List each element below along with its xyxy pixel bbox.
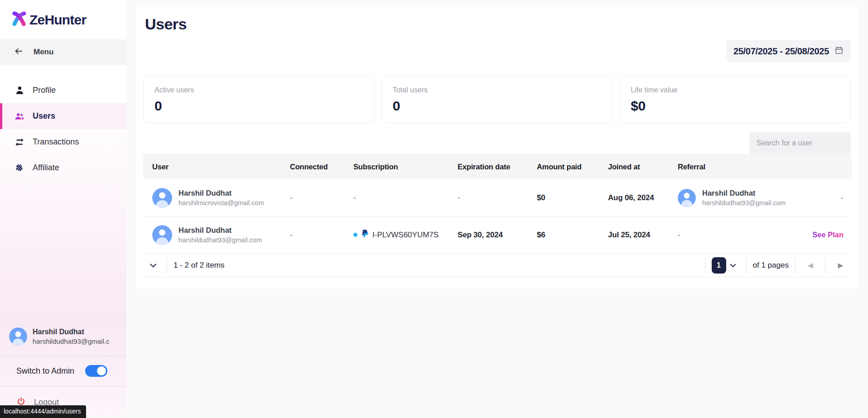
page-select-dropdown[interactable] xyxy=(726,261,740,269)
page-title: Users xyxy=(145,15,187,33)
sidebar-item-transactions[interactable]: Transactions xyxy=(0,129,126,155)
column-header-joined-at: Joined at xyxy=(608,163,678,171)
brand-logo-icon xyxy=(11,11,27,29)
column-header-referral: Referral xyxy=(678,163,811,171)
user-email: harshilmicrovista@gmail.com xyxy=(178,199,264,207)
sidebar-spacer xyxy=(0,181,126,327)
see-plan-link[interactable]: See Plan xyxy=(812,231,844,239)
user-cell: Harshil Dudhat harshildudhat93@gmail.com xyxy=(152,225,290,245)
referral-email: harshildudhat93@gmail.com xyxy=(702,199,786,207)
table-row: Harshil Dudhat harshildudhat93@gmail.com… xyxy=(143,216,852,254)
menu-collapse-button[interactable]: Menu xyxy=(0,39,126,65)
user-email: harshildudhat93@gmail.com xyxy=(178,236,262,244)
stat-value: 0 xyxy=(393,98,612,114)
sidebar-nav: Profile Users xyxy=(0,65,126,181)
profile-email: harshildudhat93@gmail.c xyxy=(33,337,124,345)
sidebar-item-affiliate[interactable]: Affiliate xyxy=(0,155,126,181)
table-header: User Connected Subscription Expiration d… xyxy=(143,154,852,179)
sidebar: ZeHunter Menu Profile xyxy=(0,0,126,418)
paypal-icon xyxy=(361,229,369,240)
stats-row: Active users 0 Total users 0 Life time v… xyxy=(143,76,851,123)
page-size-dropdown[interactable] xyxy=(146,261,160,270)
joined-at-cell: Jul 25, 2024 xyxy=(608,231,678,240)
switch-to-admin-label: Switch to Admin xyxy=(16,366,74,376)
subscription-cell: - xyxy=(353,193,458,202)
date-range-value: 25/07/2025 - 25/08/2025 xyxy=(733,46,829,57)
person-icon xyxy=(14,86,24,96)
pagination-controls: 1 of 1 pages ◀ ▶ xyxy=(699,257,849,274)
user-name: Harshil Dudhat xyxy=(178,189,264,197)
amount-paid-cell: $6 xyxy=(537,231,608,240)
pagination-bar: 1 - 2 of 2 items 1 of 1 pages ◀ ▶ xyxy=(143,254,852,277)
sidebar-item-profile[interactable]: Profile xyxy=(0,77,126,103)
search-input[interactable] xyxy=(749,132,851,154)
stat-label: Life time value xyxy=(631,86,850,94)
avatar xyxy=(9,327,27,346)
divider xyxy=(795,258,796,273)
current-page-indicator[interactable]: 1 xyxy=(712,257,726,274)
sidebar-item-label: Users xyxy=(33,111,55,121)
sidebar-item-users[interactable]: Users xyxy=(0,103,126,129)
stat-card-total-users: Total users 0 xyxy=(381,76,613,123)
column-header-expiration-date: Expiration date xyxy=(458,163,537,171)
date-range-picker[interactable]: 25/07/2025 - 25/08/2025 xyxy=(726,40,851,62)
user-name: Harshil Dudhat xyxy=(178,226,262,235)
users-table: User Connected Subscription Expiration d… xyxy=(143,154,852,277)
action-cell: See Plan xyxy=(811,231,848,239)
previous-page-button[interactable]: ◀ xyxy=(802,261,819,269)
divider xyxy=(746,258,747,273)
divider xyxy=(705,258,705,273)
subscription-cell: I-PLVWS60YUM7S xyxy=(353,229,458,240)
expiration-cell: - xyxy=(458,193,537,202)
column-header-user: User xyxy=(152,163,290,171)
sidebar-item-label: Profile xyxy=(33,86,56,95)
subscription-id: I-PLVWS60YUM7S xyxy=(372,231,439,240)
switch-to-admin-toggle[interactable] xyxy=(85,365,107,377)
divider xyxy=(167,258,167,273)
transfer-arrows-icon xyxy=(14,137,24,147)
profile-name: Harshil Dudhat xyxy=(33,328,124,336)
menu-label: Menu xyxy=(34,48,53,57)
handshake-icon xyxy=(14,163,24,173)
pagination-pages-text: of 1 pages xyxy=(753,261,789,270)
avatar xyxy=(152,225,172,245)
main-content: Users 25/07/2025 - 25/08/2025 Active use… xyxy=(136,5,859,289)
sidebar-profile[interactable]: Harshil Dudhat harshildudhat93@gmail.c xyxy=(0,327,126,346)
chevron-down-icon xyxy=(149,261,158,270)
switch-to-admin-row: Switch to Admin xyxy=(0,356,126,386)
table-row: Harshil Dudhat harshilmicrovista@gmail.c… xyxy=(143,179,852,216)
next-page-button[interactable]: ▶ xyxy=(832,261,849,269)
chevron-down-icon xyxy=(729,261,737,269)
people-icon xyxy=(14,111,24,121)
calendar-icon xyxy=(834,46,844,57)
expiration-cell: Sep 30, 2024 xyxy=(458,231,537,240)
column-header-connected: Connected xyxy=(290,163,353,171)
avatar xyxy=(678,189,696,207)
stat-card-lifetime-value: Life time value $0 xyxy=(619,76,851,123)
stat-label: Active users xyxy=(154,86,374,94)
referral-cell: - xyxy=(678,231,811,240)
amount-paid-cell: $0 xyxy=(537,193,608,202)
status-dot-icon xyxy=(353,233,357,237)
connected-cell: - xyxy=(290,231,353,240)
stat-card-active-users: Active users 0 xyxy=(143,76,375,123)
connected-cell: - xyxy=(290,193,353,202)
brand-logo[interactable]: ZeHunter xyxy=(0,0,126,39)
stat-value: 0 xyxy=(154,98,374,114)
stat-label: Total users xyxy=(393,86,612,94)
referral-cell: Harshil Dudhat harshildudhat93@gmail.com xyxy=(678,189,811,207)
brand-name: ZeHunter xyxy=(29,12,86,28)
referral-name: Harshil Dudhat xyxy=(702,189,786,197)
user-cell: Harshil Dudhat harshilmicrovista@gmail.c… xyxy=(152,188,290,208)
toggle-knob xyxy=(97,366,106,375)
divider xyxy=(825,258,825,273)
sidebar-item-label: Transactions xyxy=(33,137,79,147)
column-header-subscription: Subscription xyxy=(353,163,458,171)
stat-value: $0 xyxy=(631,98,850,114)
action-cell: - xyxy=(811,193,848,202)
avatar xyxy=(152,188,172,208)
pagination-summary: 1 - 2 of 2 items xyxy=(174,261,224,270)
column-header-amount-paid: Amount paid xyxy=(537,163,608,171)
status-bar-url: localhost:4444/admin/users xyxy=(0,405,86,418)
back-arrow-icon xyxy=(14,46,24,58)
